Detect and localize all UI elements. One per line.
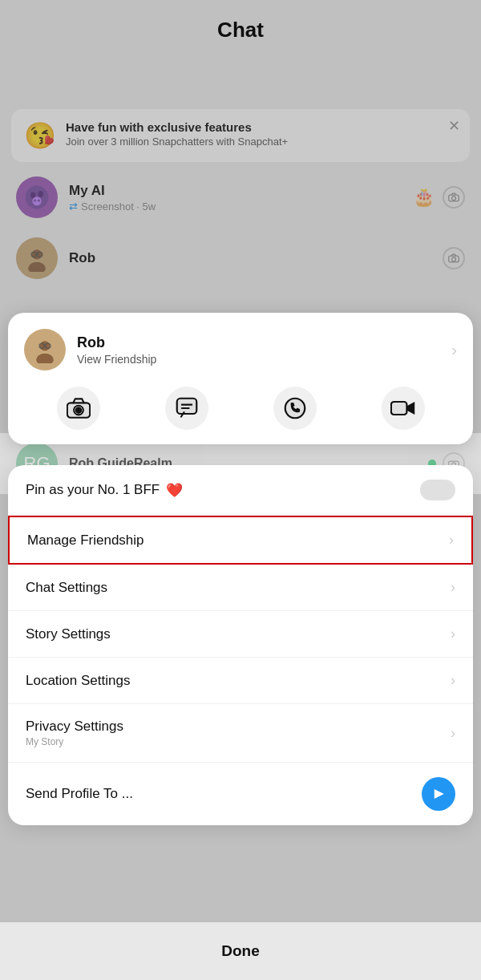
action-chat-button[interactable] [165, 387, 208, 430]
pin-toggle[interactable] [420, 480, 455, 500]
action-call-button[interactable] [273, 387, 317, 430]
menu-label-manage-friendship: Manage Friendship [27, 533, 144, 549]
menu-right-pin [420, 480, 455, 500]
svg-point-42 [285, 399, 305, 419]
profile-friendship-label: View Friendship [77, 353, 156, 366]
menu-label-location-settings: Location Settings [26, 673, 130, 689]
profile-left: Rob View Friendship [24, 329, 156, 371]
menu-card: Pin as your No. 1 BFF ❤️ Manage Friendsh… [8, 465, 473, 825]
menu-item-location-settings[interactable]: Location Settings › [8, 658, 473, 704]
menu-label-pin-bff: Pin as your No. 1 BFF ❤️ [26, 482, 183, 499]
menu-item-send-profile[interactable]: Send Profile To ... [8, 763, 473, 825]
menu-label-chat-settings: Chat Settings [26, 580, 107, 596]
svg-rect-43 [390, 402, 406, 415]
menu-label-privacy-settings: Privacy Settings My Story [26, 719, 123, 747]
menu-label-story-settings: Story Settings [26, 626, 111, 642]
action-chat-icon [165, 387, 208, 430]
send-profile-button[interactable] [422, 777, 455, 811]
action-video-button[interactable] [382, 387, 425, 430]
profile-name: Rob [77, 334, 156, 351]
action-video-icon [382, 387, 425, 430]
svg-point-38 [75, 407, 81, 413]
profile-actions [24, 387, 457, 430]
profile-chevron-icon[interactable]: › [451, 341, 457, 359]
menu-item-chat-settings[interactable]: Chat Settings › [8, 565, 473, 611]
done-button[interactable]: Done [0, 922, 481, 980]
menu-item-manage-friendship[interactable]: Manage Friendship › [8, 516, 473, 565]
menu-right-privacy: › [451, 725, 455, 742]
action-camera-button[interactable] [57, 387, 100, 430]
manage-friendship-chevron: › [449, 532, 454, 549]
privacy-settings-sub: My Story [26, 736, 123, 747]
profile-header: Rob View Friendship › [24, 329, 457, 371]
menu-label-send-profile: Send Profile To ... [26, 786, 133, 802]
story-settings-chevron: › [451, 626, 455, 642]
menu-right-send [422, 777, 455, 811]
privacy-settings-chevron: › [451, 725, 455, 742]
profile-info: Rob View Friendship [77, 334, 156, 366]
menu-right-chat: › [451, 579, 455, 596]
location-settings-chevron: › [451, 672, 455, 689]
action-camera-icon [57, 387, 100, 430]
menu-right-location: › [451, 672, 455, 689]
svg-rect-39 [176, 399, 196, 414]
menu-item-pin-bff[interactable]: Pin as your No. 1 BFF ❤️ [8, 465, 473, 516]
profile-avatar [24, 329, 66, 371]
chat-settings-chevron: › [451, 579, 455, 596]
svg-marker-44 [435, 789, 444, 799]
done-label: Done [221, 942, 260, 960]
menu-right-manage: › [449, 532, 454, 549]
action-call-icon [273, 387, 317, 430]
menu-item-story-settings[interactable]: Story Settings › [8, 611, 473, 658]
menu-item-privacy-settings[interactable]: Privacy Settings My Story › [8, 704, 473, 763]
menu-right-story: › [451, 626, 455, 642]
profile-card: Rob View Friendship › [8, 313, 473, 444]
